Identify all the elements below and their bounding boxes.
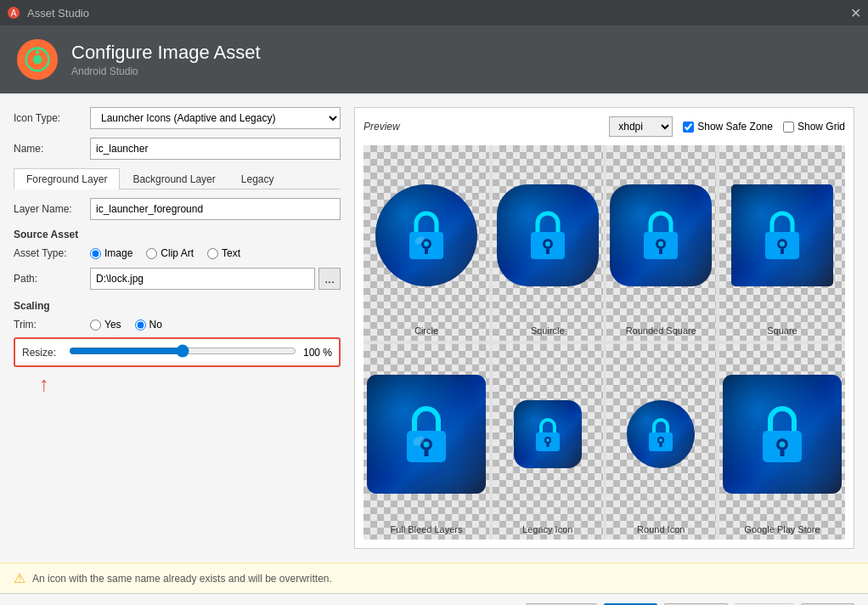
cell-label-squircle: Squircle: [531, 325, 565, 337]
asset-type-image-radio[interactable]: [90, 248, 101, 259]
cell-label-gps: Google Play Store: [744, 524, 820, 536]
asset-type-image-label: Image: [104, 247, 132, 259]
preview-cell-rounded: Rounded Square: [606, 145, 717, 341]
browse-button[interactable]: ...: [318, 268, 341, 290]
right-panel: Preview xhdpi mdpi hdpi xxhdpi xxxhdpi S…: [354, 107, 854, 549]
dpi-select[interactable]: xhdpi mdpi hdpi xxhdpi xxxhdpi: [609, 116, 673, 137]
icon-type-row: Icon Type: Launcher Icons (Adaptive and …: [14, 107, 341, 129]
trim-label: Trim:: [14, 319, 90, 331]
show-grid-label: Show Grid: [798, 121, 845, 133]
asset-type-clipart-radio[interactable]: [146, 248, 157, 259]
asset-type-text-option[interactable]: Text: [207, 247, 240, 259]
tab-legacy[interactable]: Legacy: [228, 168, 287, 189]
icon-round: [627, 400, 695, 468]
show-safe-zone-checkbox[interactable]: [683, 122, 694, 133]
asset-type-label: Asset Type:: [14, 247, 90, 259]
footer: Previous Next Cancel Finish Help: [0, 593, 868, 605]
warning-bar: ⚠ An icon with the same name already exi…: [0, 563, 868, 593]
lock-icon-rounded: [635, 205, 686, 266]
asset-type-image-option[interactable]: Image: [90, 247, 132, 259]
icon-type-select[interactable]: Launcher Icons (Adaptive and Legacy): [90, 107, 341, 129]
icon-wrapper-gps: [723, 348, 842, 521]
preview-title: Preview: [364, 121, 400, 133]
resize-label: Resize:: [22, 347, 69, 359]
show-safe-zone-label: Show Safe Zone: [697, 121, 773, 133]
icon-wrapper-round: [610, 348, 713, 521]
header-text: Configure Image Asset Android Studio: [71, 42, 261, 77]
preview-cell-legacy: Legacy Icon: [493, 344, 603, 540]
resize-slider-container: [69, 344, 296, 360]
asset-type-text-radio[interactable]: [207, 248, 218, 259]
lock-icon-square: [757, 205, 808, 266]
asset-type-clipart-label: Clip Art: [161, 247, 194, 259]
tab-foreground-layer[interactable]: Foreground Layer: [14, 168, 120, 189]
icon-wrapper-square: [723, 149, 842, 322]
trim-yes-label: Yes: [104, 319, 121, 331]
trim-no-label: No: [149, 319, 162, 331]
svg-point-16: [658, 241, 663, 246]
icon-wrapper-circle: [367, 149, 486, 322]
svg-text:A: A: [11, 8, 17, 18]
main-content: Icon Type: Launcher Icons (Adaptive and …: [0, 93, 868, 563]
preview-cell-squircle: Squircle: [493, 145, 603, 341]
asset-type-control: Image Clip Art Text: [90, 247, 341, 259]
path-input-row: ...: [90, 268, 341, 290]
trim-control: Yes No: [90, 319, 341, 331]
close-button[interactable]: ✕: [850, 5, 861, 21]
resize-value: 100 %: [303, 347, 332, 359]
header: Configure Image Asset Android Studio: [0, 25, 868, 93]
trim-row: Trim: Yes No: [14, 319, 341, 331]
logo-svg: [24, 46, 51, 73]
preview-cell-circle: Circle: [364, 145, 489, 341]
path-row: Path: ...: [14, 268, 341, 290]
show-grid-checkbox[interactable]: [783, 122, 794, 133]
layer-name-row: Layer Name:: [14, 198, 341, 220]
icon-squircle: [497, 184, 599, 286]
browse-icon: ...: [324, 272, 335, 286]
scaling-title: Scaling: [14, 300, 341, 312]
title-bar-text: Asset Studio: [27, 7, 89, 20]
red-arrow-icon: ↑: [39, 372, 341, 396]
asset-type-radio-group: Image Clip Art Text: [90, 247, 341, 259]
icon-legacy: [514, 400, 582, 468]
name-input[interactable]: [90, 138, 341, 160]
icon-type-control: Launcher Icons (Adaptive and Legacy): [90, 107, 341, 129]
icon-rounded: [610, 184, 712, 286]
icon-type-label: Icon Type:: [14, 112, 90, 124]
cell-label-rounded: Rounded Square: [626, 325, 696, 337]
trim-radio-group: Yes No: [90, 319, 341, 331]
lock-icon-full-bleed: [397, 399, 456, 470]
asset-type-text-label: Text: [222, 247, 240, 259]
icon-gps: [723, 375, 842, 494]
path-control: ...: [90, 268, 341, 290]
resize-slider[interactable]: [69, 344, 296, 358]
show-safe-zone-option[interactable]: Show Safe Zone: [683, 121, 773, 133]
show-grid-option[interactable]: Show Grid: [783, 121, 845, 133]
svg-point-12: [545, 241, 550, 246]
source-asset-title: Source Asset: [14, 229, 341, 240]
name-control: [90, 138, 341, 160]
icon-wrapper-rounded: [610, 149, 713, 322]
trim-yes-option[interactable]: Yes: [90, 319, 121, 331]
scaling-section: Scaling Trim: Yes No: [14, 300, 341, 396]
android-studio-logo: [17, 39, 58, 80]
lock-icon-circle: [401, 205, 452, 266]
trim-no-radio[interactable]: [135, 319, 146, 331]
preview-cell-gps: Google Play Store: [719, 344, 845, 540]
asset-type-clipart-option[interactable]: Clip Art: [146, 247, 194, 259]
warning-text: An icon with the same name already exist…: [32, 573, 332, 585]
title-bar: A Asset Studio ✕: [0, 0, 868, 25]
trim-yes-radio[interactable]: [90, 319, 101, 331]
icon-square: [731, 184, 833, 286]
path-input[interactable]: [90, 268, 315, 290]
app-icon: A: [7, 6, 20, 20]
cell-label-legacy: Legacy Icon: [522, 524, 572, 536]
left-panel: Icon Type: Launcher Icons (Adaptive and …: [14, 107, 341, 549]
asset-type-row: Asset Type: Image Clip Art T: [14, 247, 341, 259]
lock-icon-round: [644, 414, 678, 455]
layer-tabs: Foreground Layer Background Layer Legacy: [14, 168, 341, 189]
tab-background-layer[interactable]: Background Layer: [120, 168, 228, 189]
layer-name-input[interactable]: [90, 198, 341, 220]
lock-icon-squircle: [522, 205, 573, 266]
trim-no-option[interactable]: No: [135, 319, 162, 331]
